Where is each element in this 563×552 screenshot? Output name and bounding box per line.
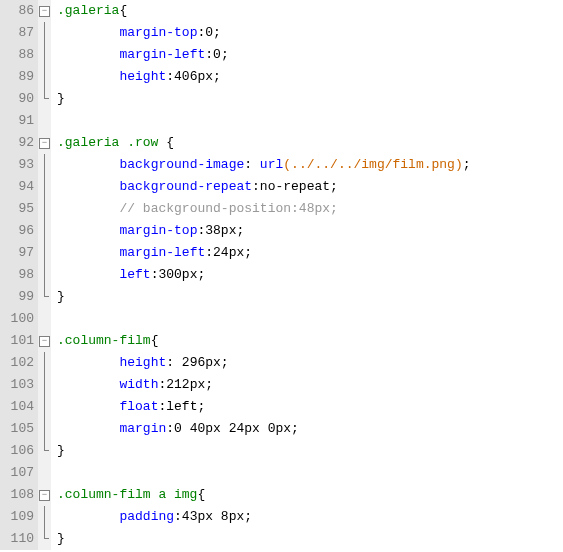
token-punct: : <box>205 245 213 260</box>
token-punct: ; <box>291 421 299 436</box>
code-content[interactable]: } <box>51 440 65 462</box>
code-line[interactable]: 86−.galeria{ <box>0 0 563 22</box>
code-content[interactable]: .column-film a img{ <box>51 484 205 506</box>
code-content[interactable]: margin-top:38px; <box>51 220 244 242</box>
fold-toggle-icon[interactable]: − <box>39 336 50 347</box>
fold-toggle-icon[interactable]: − <box>39 6 50 17</box>
token-num: no-repeat <box>260 179 330 194</box>
token-urlv: ../../../img/film.png <box>291 157 455 172</box>
token-prop: left <box>119 267 150 282</box>
fold-gutter <box>38 374 51 396</box>
code-content[interactable]: margin-left:24px; <box>51 242 252 264</box>
code-line[interactable]: 93 background-image: url(../../../img/fi… <box>0 154 563 176</box>
token-num: 43px 8px <box>182 509 244 524</box>
token-func: url <box>260 157 283 172</box>
code-line[interactable]: 106} <box>0 440 563 462</box>
code-content[interactable]: float:left; <box>51 396 205 418</box>
code-content[interactable]: width:212px; <box>51 374 213 396</box>
line-number: 94 <box>0 176 38 198</box>
code-content[interactable]: margin-left:0; <box>51 44 229 66</box>
token-num: 0 <box>213 47 221 62</box>
code-content[interactable]: margin:0 40px 24px 0px; <box>51 418 299 440</box>
token-prop: margin-left <box>119 47 205 62</box>
token-num: 300px <box>158 267 197 282</box>
code-line[interactable]: 88 margin-left:0; <box>0 44 563 66</box>
code-line[interactable]: 108−.column-film a img{ <box>0 484 563 506</box>
token-urlv: ( <box>283 157 291 172</box>
fold-gutter[interactable]: − <box>38 132 51 154</box>
code-line[interactable]: 99} <box>0 286 563 308</box>
fold-gutter <box>38 396 51 418</box>
code-line[interactable]: 98 left:300px; <box>0 264 563 286</box>
token-punct: ; <box>197 267 205 282</box>
line-number: 92 <box>0 132 38 154</box>
fold-gutter <box>38 462 51 484</box>
code-content[interactable]: .column-film{ <box>51 330 158 352</box>
fold-gutter[interactable]: − <box>38 0 51 22</box>
line-number: 102 <box>0 352 38 374</box>
code-line[interactable]: 102 height: 296px; <box>0 352 563 374</box>
line-number: 107 <box>0 462 38 484</box>
code-line[interactable]: 107 <box>0 462 563 484</box>
token-prop: height <box>119 355 166 370</box>
token-punct: ; <box>213 69 221 84</box>
token-num: 38px <box>205 223 236 238</box>
code-content[interactable]: .galeria .row { <box>51 132 174 154</box>
code-line[interactable]: 87 margin-top:0; <box>0 22 563 44</box>
code-line[interactable]: 103 width:212px; <box>0 374 563 396</box>
fold-toggle-icon[interactable]: − <box>39 138 50 149</box>
code-content[interactable]: background-image: url(../../../img/film.… <box>51 154 471 176</box>
token-punct: { <box>197 487 205 502</box>
code-content[interactable]: .galeria{ <box>51 0 127 22</box>
code-content[interactable]: height:406px; <box>51 66 221 88</box>
code-line[interactable]: 92−.galeria .row { <box>0 132 563 154</box>
fold-gutter[interactable]: − <box>38 330 51 352</box>
fold-gutter[interactable]: − <box>38 484 51 506</box>
token-punct: ; <box>221 47 229 62</box>
token-punct: ; <box>236 223 244 238</box>
token-punct: ; <box>463 157 471 172</box>
line-number: 108 <box>0 484 38 506</box>
token-num: 0 <box>205 25 213 40</box>
code-line[interactable]: 109 padding:43px 8px; <box>0 506 563 528</box>
code-line[interactable]: 97 margin-left:24px; <box>0 242 563 264</box>
fold-gutter <box>38 506 51 528</box>
code-content[interactable]: margin-top:0; <box>51 22 221 44</box>
code-content[interactable]: height: 296px; <box>51 352 229 374</box>
code-content[interactable]: } <box>51 88 65 110</box>
code-content[interactable]: // background-position:48px; <box>51 198 338 220</box>
line-number: 105 <box>0 418 38 440</box>
code-line[interactable]: 105 margin:0 40px 24px 0px; <box>0 418 563 440</box>
code-content[interactable]: left:300px; <box>51 264 205 286</box>
code-line[interactable]: 100 <box>0 308 563 330</box>
fold-gutter <box>38 528 51 550</box>
code-line[interactable]: 104 float:left; <box>0 396 563 418</box>
code-content[interactable]: padding:43px 8px; <box>51 506 252 528</box>
code-line[interactable]: 94 background-repeat:no-repeat; <box>0 176 563 198</box>
code-line[interactable]: 110} <box>0 528 563 550</box>
code-line[interactable]: 91 <box>0 110 563 132</box>
token-prop: height <box>119 69 166 84</box>
token-prop: margin-left <box>119 245 205 260</box>
code-content[interactable]: background-repeat:no-repeat; <box>51 176 338 198</box>
code-line[interactable]: 96 margin-top:38px; <box>0 220 563 242</box>
code-line[interactable]: 101−.column-film{ <box>0 330 563 352</box>
code-line[interactable]: 95 // background-position:48px; <box>0 198 563 220</box>
line-number: 90 <box>0 88 38 110</box>
line-number: 96 <box>0 220 38 242</box>
token-urlv: ) <box>455 157 463 172</box>
fold-gutter <box>38 418 51 440</box>
token-sel: .column-film <box>57 333 151 348</box>
code-content[interactable]: } <box>51 528 65 550</box>
code-content[interactable]: } <box>51 286 65 308</box>
token-punct: : <box>174 509 182 524</box>
token-punct: : <box>166 355 182 370</box>
token-punct: ; <box>213 25 221 40</box>
code-line[interactable]: 89 height:406px; <box>0 66 563 88</box>
code-line[interactable]: 90} <box>0 88 563 110</box>
token-prop: float <box>119 399 158 414</box>
token-num: left <box>166 399 197 414</box>
line-number: 101 <box>0 330 38 352</box>
fold-toggle-icon[interactable]: − <box>39 490 50 501</box>
code-editor[interactable]: 86−.galeria{87 margin-top:0;88 margin-le… <box>0 0 563 550</box>
